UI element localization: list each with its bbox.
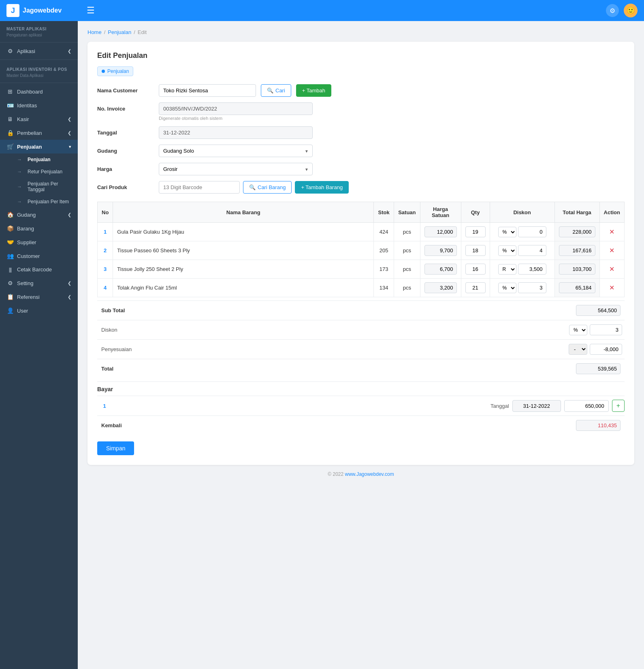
sidebar-subitem-penjualan-per-tanggal[interactable]: → Penjualan Per Tanggal [0, 178, 78, 196]
col-qty: Qty [461, 202, 490, 223]
row2-diskon-input[interactable] [518, 245, 546, 256]
bayar-tanggal-input[interactable] [512, 400, 561, 412]
row1-harga [420, 223, 461, 241]
col-stok: Stok [374, 202, 394, 223]
chevron-icon: ❮ [68, 49, 71, 54]
kasir-icon: 🖥 [6, 116, 14, 122]
row2-harga [420, 241, 461, 260]
row4-diskon-select[interactable]: % R [498, 283, 516, 293]
row1-delete-button[interactable]: ✕ [607, 227, 617, 236]
sidebar-item-setting[interactable]: ⚙ Setting ❮ [0, 276, 78, 290]
breadcrumb-home[interactable]: Home [87, 29, 102, 35]
row2-action: ✕ [599, 241, 624, 260]
row4-diskon-input[interactable] [518, 282, 546, 293]
sidebar-item-referensi[interactable]: 📋 Referensi ❮ [0, 290, 78, 304]
row3-total-input [559, 264, 595, 275]
row1-qty-input[interactable] [465, 226, 486, 237]
row3-harga-input[interactable] [424, 264, 457, 275]
row3-diskon: % R [490, 260, 554, 279]
row2-harga-input[interactable] [424, 245, 457, 256]
menu-toggle-icon[interactable]: ☰ [87, 5, 95, 16]
master-sub: Pengaturan aplikasi [0, 33, 78, 40]
gudang-select[interactable]: Gudang Solo Gudang Jakarta Gudang Suraba… [159, 145, 313, 157]
row4-harga-input[interactable] [424, 282, 457, 293]
subtotal-row: Sub Total [97, 300, 625, 320]
invoice-hint: Digenerate otomatis oleh sistem [159, 116, 313, 121]
penyesuaian-type-select[interactable]: - + [569, 344, 587, 355]
footer-link[interactable]: www.Jagowebdev.com [345, 471, 394, 477]
form-row-tanggal: Tanggal [97, 126, 625, 139]
sidebar-item-barang[interactable]: 📦 Barang [0, 222, 78, 235]
sidebar-item-pembelian[interactable]: 🔒 Pembelian ❮ [0, 126, 78, 140]
row1-satuan: pcs [394, 223, 420, 241]
row1-diskon-input[interactable] [518, 226, 546, 237]
product-table-wrapper: No Nama Barang Stok Satuan HargaSatuan Q… [97, 202, 625, 297]
sidebar-item-kasir[interactable]: 🖥 Kasir ❮ [0, 112, 78, 126]
row1-qty [461, 223, 490, 241]
col-no: No [98, 202, 113, 223]
customer-icon: 👥 [6, 253, 14, 259]
cari-barang-button[interactable]: 🔍 Cari Barang [243, 181, 292, 194]
row2-delete-button[interactable]: ✕ [607, 246, 617, 255]
referensi-icon: 📋 [6, 294, 14, 300]
add-bayar-button[interactable]: + [612, 400, 625, 412]
bayar-no: 1 [97, 403, 112, 409]
sidebar-item-penjualan[interactable]: 🛒 Penjualan ▾ [0, 140, 78, 153]
diskon-type-select[interactable]: % R [569, 325, 587, 335]
logo: J [6, 4, 19, 17]
sidebar-item-dashboard[interactable]: ⊞ Dashboard [0, 85, 78, 98]
row2-satuan: pcs [394, 241, 420, 260]
sidebar: MASTER APLIKASI Pengaturan aplikasi ⚙ Ap… [0, 21, 78, 669]
cari-produk-label: Cari Produk [97, 184, 154, 190]
sidebar-item-gudang[interactable]: 🏠 Gudang ❮ [0, 208, 78, 222]
harga-select[interactable]: Grosir Retail Eceran [159, 163, 313, 175]
main-content: Home / Penjualan / Edit Edit Penjualan P… [78, 21, 644, 669]
penyesuaian-value-input[interactable] [590, 344, 622, 355]
sidebar-item-supplier[interactable]: 🤝 Supplier [0, 235, 78, 249]
tambah-barang-button[interactable]: + Tambah Barang [295, 181, 349, 194]
col-diskon: Diskon [490, 202, 554, 223]
sidebar-subitem-penjualan[interactable]: → Penjualan [0, 153, 78, 166]
row2-nama: Tissue Passeo 60 Sheets 3 Ply [113, 241, 374, 260]
row4-stok: 134 [374, 279, 394, 297]
sidebar-item-aplikasi[interactable]: ⚙ Aplikasi ❮ [0, 44, 78, 58]
cari-button[interactable]: 🔍 Cari [261, 84, 291, 97]
bayar-title: Bayar [97, 381, 625, 396]
sidebar-subitem-penjualan-per-item[interactable]: → Penjualan Per Item [0, 196, 78, 208]
row2-total-input [559, 245, 595, 256]
bayar-amount-input[interactable] [564, 400, 609, 412]
row3-qty-input[interactable] [465, 264, 486, 275]
row1-harga-input[interactable] [424, 226, 457, 237]
diskon-value-input[interactable] [590, 324, 622, 335]
sidebar-item-identitas[interactable]: 🪪 Identitas [0, 98, 78, 112]
row4-nama: Tolak Angin Flu Cair 15ml [113, 279, 374, 297]
avatar[interactable]: 🙂 [624, 4, 638, 17]
row4-total-input [559, 282, 595, 293]
referensi-chevron-icon: ❮ [68, 294, 71, 300]
row2-qty-input[interactable] [465, 245, 486, 256]
barang-icon: 📦 [6, 225, 14, 232]
row3-delete-button[interactable]: ✕ [607, 264, 617, 274]
tambah-customer-button[interactable]: + Tambah [296, 84, 331, 97]
barcode-input[interactable] [159, 181, 240, 194]
sidebar-item-user[interactable]: 👤 User [0, 304, 78, 317]
row3-diskon-input[interactable] [518, 264, 546, 275]
row3-diskon-select[interactable]: % R [498, 264, 516, 275]
brand: J Jagowebdev [6, 4, 83, 17]
sidebar-item-cetak-barcode[interactable]: ||| Cetak Barcode [0, 263, 78, 276]
tanggal-input[interactable] [159, 126, 313, 139]
row1-diskon-select[interactable]: % R [498, 227, 516, 237]
arrow-icon: → [17, 199, 22, 205]
penjualan-badge: Penjualan [97, 66, 133, 76]
nama-customer-input[interactable] [159, 84, 256, 97]
simpan-button[interactable]: Simpan [97, 441, 134, 455]
row4-qty-input[interactable] [465, 282, 486, 293]
row4-delete-button[interactable]: ✕ [607, 283, 617, 292]
row2-diskon-select[interactable]: % R [498, 245, 516, 256]
settings-icon[interactable]: ⚙ [606, 4, 619, 17]
page-title: Edit Penjualan [97, 51, 625, 60]
sidebar-subitem-retur-penjualan[interactable]: → Retur Penjualan [0, 166, 78, 178]
breadcrumb-penjualan[interactable]: Penjualan [108, 29, 131, 35]
sidebar-item-customer[interactable]: 👥 Customer [0, 249, 78, 263]
barcode-icon: ||| [6, 267, 14, 273]
